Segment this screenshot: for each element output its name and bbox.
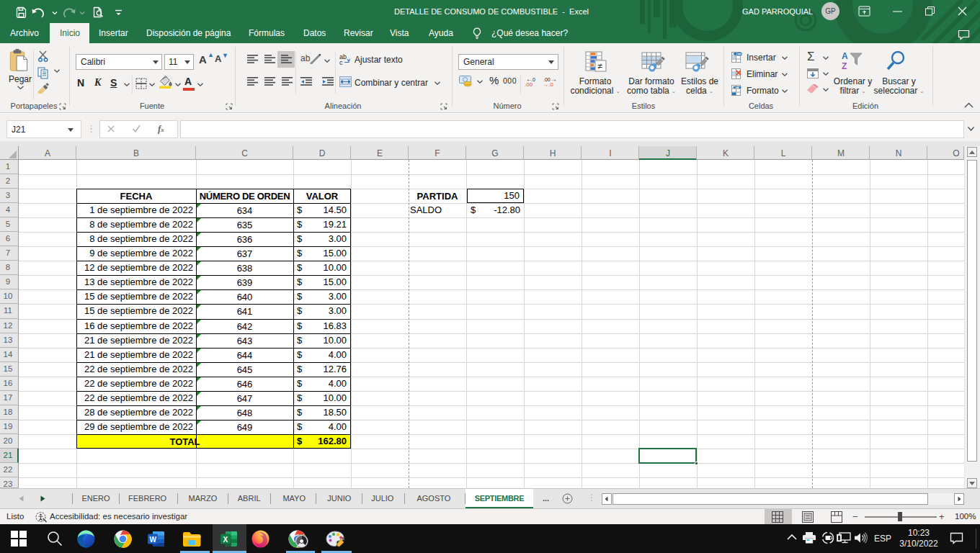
svg-text:A: A (842, 51, 848, 61)
svg-text:c: c (339, 59, 343, 65)
svg-text:→,0: →,0 (543, 81, 553, 86)
svg-text:W: W (150, 536, 157, 544)
svg-text:Z: Z (842, 61, 847, 71)
svg-text:X: X (223, 536, 228, 544)
svg-text:,00: ,00 (525, 81, 533, 86)
svg-text:≠: ≠ (598, 61, 603, 71)
